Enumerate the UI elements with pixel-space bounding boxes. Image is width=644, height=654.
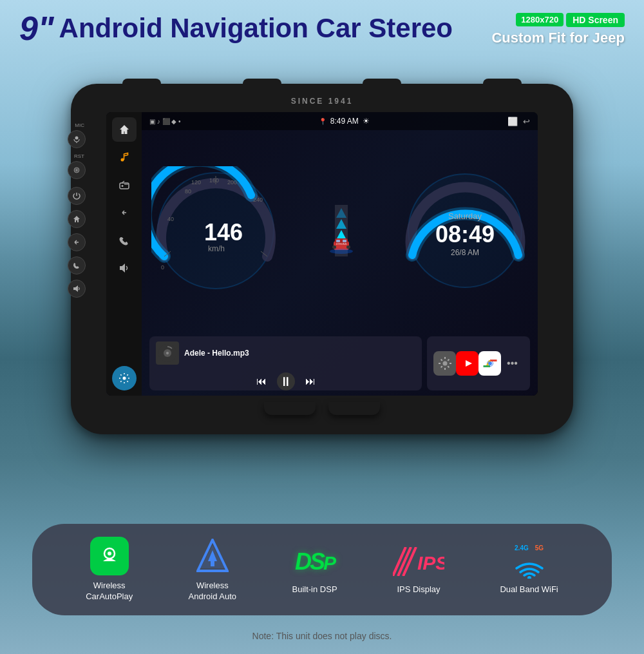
note-text: Note: This unit does not play discs. [252,631,392,641]
svg-rect-49 [97,543,122,569]
ips-label: IPS Display [397,584,440,595]
music-details: Adele - Hello.mp3 [184,349,249,358]
feature-strip: WirelessCarAutoPlay WirelessAndroid Auto… [32,524,612,615]
bottom-bump-right [328,402,380,415]
svg-point-51 [108,552,111,555]
wifi-icon: 2.4G 5G [513,544,545,579]
album-art [156,341,179,365]
sidebar-volume[interactable] [112,256,137,280]
sidebar-home[interactable] [112,117,137,142]
svg-text:km/h: km/h [208,244,225,253]
svg-text:26/8 AM: 26/8 AM [451,248,479,257]
rst-button-group: RST [68,153,86,179]
screen-main: ▣ ♪ ⬛ ◆ • 📍 8:49 AM ☀ ⬜ ↩ [142,112,538,396]
phone-button[interactable] [68,256,86,274]
time-gauge: Saturday 08:49 26/8 AM [402,166,528,295]
next-button[interactable]: ⏭ [305,376,316,387]
device: SINCE 1941 MIC RST [71,84,573,434]
topbar-right: ⬜ ↩ [507,117,530,126]
svg-point-35 [330,249,353,254]
feature-android-auto: WirelessAndroid Auto [189,537,236,602]
settings-app[interactable] [433,351,456,376]
screen-topbar: ▣ ♪ ⬛ ◆ • 📍 8:49 AM ☀ ⬜ ↩ [142,112,538,130]
more-apps-button[interactable]: ••• [501,351,524,376]
rst-button[interactable] [68,161,86,179]
carplay-icon [90,537,129,575]
youtube-app[interactable] [456,351,478,376]
mic-button-group: MIC [68,122,86,148]
device-top-bumps [122,79,522,89]
power-button[interactable] [68,187,86,205]
bottom-bump-left [264,402,316,415]
road-arrows: XTRONS [322,205,361,256]
prev-button[interactable]: ⏮ [256,376,267,387]
svg-point-60 [527,576,531,579]
home-side-button[interactable] [68,210,86,228]
ips-icon: IPS [393,544,444,579]
product-size: 9" [19,12,54,45]
svg-point-48 [488,361,492,365]
svg-text:240: 240 [253,197,263,203]
speed-gauge: 0 120 160 200 240 80 40 146 km/h [151,166,280,295]
bump-center-right [363,79,401,89]
speed-gauge-svg: 0 120 160 200 240 80 40 146 km/h [151,166,280,295]
svg-text:IPS: IPS [417,552,444,573]
music-player: Adele - Hello.mp3 ⏮ ⏸ ⏭ [149,336,422,390]
device-body: SINCE 1941 MIC RST [71,84,573,434]
volume-button[interactable] [68,280,86,298]
svg-text:80: 80 [185,188,191,195]
android-auto-label: WirelessAndroid Auto [189,581,236,602]
play-pause-button[interactable]: ⏸ [277,372,295,390]
time-gauge-svg: Saturday 08:49 26/8 AM [402,166,528,295]
back-icon: ↩ [523,117,530,126]
dsp-icon: DSP [295,544,334,579]
sidebar-radio[interactable] [112,173,137,197]
svg-rect-31 [346,245,350,249]
svg-text:0: 0 [161,264,164,271]
mic-button[interactable] [68,130,86,148]
svg-text:XTRONS: XTRONS [336,242,347,245]
back-side-button[interactable] [68,233,86,251]
svg-rect-30 [332,245,336,249]
product-title: Android Navigation Car Stereo [59,15,453,42]
notification-icons: ▣ ♪ ⬛ ◆ • [149,118,181,125]
center-display: XTRONS [322,205,361,256]
header-badges: 1280x720 HD Screen Custom Fit for Jeep [491,12,625,46]
wifi-label: Dual Band WiFi [500,584,558,595]
resolution-badge: 1280x720 [516,13,564,26]
location-icon: 📍 [319,118,327,125]
svg-text:200: 200 [227,179,237,186]
chrome-app[interactable] [478,351,501,376]
hd-badge: HD Screen [566,13,625,27]
wifi-5g-label: 5G [535,544,544,552]
rst-label: RST [74,153,84,159]
status-time: 8:49 AM [330,117,359,126]
music-controls[interactable]: ⏮ ⏸ ⏭ [156,372,415,390]
feature-carplay: WirelessCarAutoPlay [86,537,133,602]
sidebar-music[interactable] [112,145,137,169]
dsp-label: Built-in DSP [292,584,337,595]
road-arrows-svg: XTRONS [322,205,361,256]
bump-right [483,79,522,89]
left-buttons: MIC RST [68,122,86,298]
svg-text:Saturday: Saturday [448,211,482,221]
topbar-center: 📍 8:49 AM ☀ [319,117,370,126]
screen-ui: ▣ ♪ ⬛ ◆ • 📍 8:49 AM ☀ ⬜ ↩ [106,112,538,396]
music-info: Adele - Hello.mp3 [156,341,415,365]
carplay-label: WirelessCarAutoPlay [86,581,133,602]
svg-rect-55 [211,561,214,566]
wifi-24g-label: 2.4G [515,544,529,552]
device-bottom-bumps [80,402,564,415]
custom-fit-text: Custom Fit for Jeep [491,30,625,46]
gauges-area: 0 120 160 200 240 80 40 146 km/h [142,130,538,331]
sidebar-back[interactable] [112,200,137,225]
svg-point-0 [75,137,79,140]
svg-point-10 [122,377,126,380]
since-text: SINCE 1941 [80,97,564,106]
sidebar-phone[interactable] [112,228,137,253]
svg-text:40: 40 [167,216,174,222]
wifi-symbol [513,554,545,579]
feature-wifi: 2.4G 5G Dual Band WiFi [500,544,558,595]
sidebar-settings[interactable] [112,366,137,390]
feature-ips: IPS IPS Display [393,544,444,595]
